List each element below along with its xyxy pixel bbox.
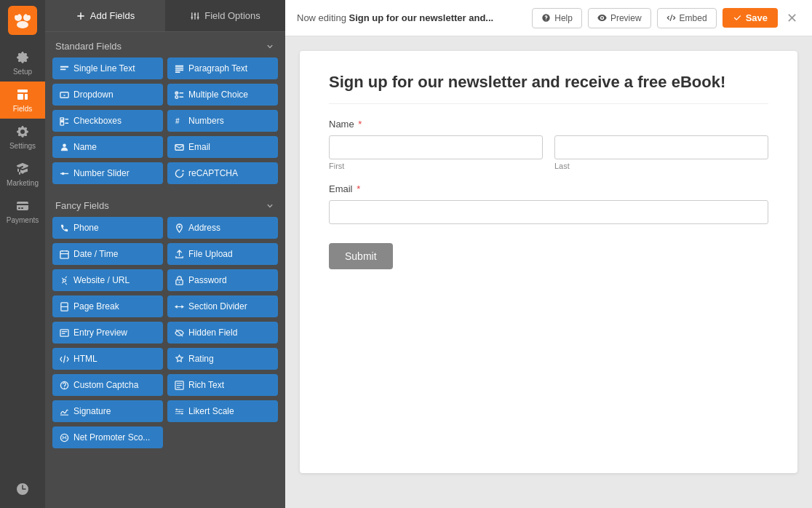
name-required-marker: * <box>356 119 362 130</box>
field-btn-phone[interactable]: Phone <box>52 217 163 239</box>
field-btn-net-promoter-label: Net Promoter Sco... <box>73 432 150 442</box>
field-btn-page-break[interactable]: Page Break <box>52 295 163 317</box>
save-button[interactable]: Save <box>723 8 778 28</box>
svg-point-30 <box>176 408 178 410</box>
field-btn-single-line-text-label: Single Line Text <box>73 63 135 74</box>
last-name-input[interactable] <box>554 135 768 159</box>
field-btn-single-line-text[interactable]: Single Line Text <box>52 57 163 79</box>
svg-point-31 <box>178 410 180 412</box>
email-field-label: Email * <box>329 183 768 194</box>
field-btn-recaptcha[interactable]: reCAPTCHA <box>167 162 278 184</box>
field-btn-file-upload-label: File Upload <box>188 249 233 259</box>
field-btn-custom-captcha-label: Custom Captcha <box>73 380 138 390</box>
field-btn-password[interactable]: Password <box>167 269 278 291</box>
svg-point-34 <box>63 436 64 437</box>
checkboxes-icon <box>60 116 69 126</box>
field-btn-signature-label: Signature <box>73 406 111 416</box>
form-title-breadcrumb: Sign up for our newsletter and... <box>349 12 494 23</box>
first-name-input[interactable] <box>329 135 543 159</box>
help-button[interactable]: Help <box>532 8 582 28</box>
submit-label: Submit <box>345 250 377 262</box>
field-btn-number-slider[interactable]: Number Slider <box>52 162 163 184</box>
fancy-fields-collapse-icon[interactable] <box>265 201 275 211</box>
hidden-field-icon <box>175 328 184 338</box>
field-btn-address-label: Address <box>188 223 220 233</box>
field-btn-custom-captcha[interactable]: Custom Captcha <box>52 374 163 396</box>
sidebar-item-marketing[interactable]: Marketing <box>0 156 45 193</box>
field-btn-checkboxes[interactable]: Checkboxes <box>52 110 163 132</box>
field-btn-multiple-choice[interactable]: Multiple Choice <box>167 84 278 106</box>
svg-point-3 <box>17 21 28 28</box>
name-icon <box>60 143 69 152</box>
field-btn-signature[interactable]: Signature <box>52 400 163 422</box>
field-btn-numbers[interactable]: # Numbers <box>167 110 278 132</box>
field-btn-dropdown-label: Dropdown <box>73 90 114 100</box>
top-bar: Now editing Sign up for our newsletter a… <box>285 0 812 36</box>
tab-field-options-label: Field Options <box>204 10 260 21</box>
sidebar-nav: Setup Fields Settings Marketing Payments <box>0 0 45 508</box>
form-preview-area: Sign up for our newsletter and receive a… <box>285 36 812 508</box>
likert-scale-icon <box>175 407 184 416</box>
page-break-icon <box>60 302 69 311</box>
field-btn-section-divider[interactable]: Section Divider <box>167 295 278 317</box>
sidebar-item-setup-label: Setup <box>13 68 32 76</box>
single-line-text-icon <box>60 64 69 74</box>
file-upload-icon <box>175 250 184 259</box>
rich-text-icon <box>175 381 184 390</box>
sidebar-item-setup[interactable]: Setup <box>0 44 45 82</box>
field-btn-file-upload[interactable]: File Upload <box>167 243 278 265</box>
html-icon <box>60 354 69 364</box>
field-btn-date-time[interactable]: Date / Time <box>52 243 163 265</box>
tab-add-fields-label: Add Fields <box>90 10 135 21</box>
paragraph-text-icon <box>175 64 184 74</box>
field-btn-likert-scale[interactable]: Likert Scale <box>167 400 278 422</box>
field-btn-checkboxes-label: Checkboxes <box>73 116 122 126</box>
name-field-label: Name * <box>329 119 768 130</box>
svg-point-35 <box>65 436 66 437</box>
field-btn-rating-label: Rating <box>188 354 214 364</box>
field-btn-website-url[interactable]: Website / URL <box>52 269 163 291</box>
sidebar-item-fields[interactable]: Fields <box>0 82 45 119</box>
field-btn-paragraph-text[interactable]: Paragraph Text <box>167 57 278 79</box>
field-btn-net-promoter[interactable]: Net Promoter Sco... <box>52 426 163 448</box>
svg-rect-0 <box>8 6 37 35</box>
sidebar-item-marketing-label: Marketing <box>7 179 39 187</box>
standard-fields-collapse-icon[interactable] <box>265 41 275 52</box>
svg-point-11 <box>175 95 178 98</box>
tab-field-options[interactable]: Field Options <box>165 0 285 31</box>
field-btn-rating[interactable]: Rating <box>167 348 278 370</box>
sidebar-item-settings[interactable]: Settings <box>0 119 45 156</box>
embed-label: Embed <box>680 13 707 23</box>
field-btn-entry-preview[interactable]: Entry Preview <box>52 322 163 344</box>
field-btn-email[interactable]: Email <box>167 136 278 158</box>
custom-captcha-icon <box>60 381 69 390</box>
close-button[interactable]: ✕ <box>784 9 800 28</box>
top-bar-actions: Help Preview Embed Save ✕ <box>532 8 800 28</box>
field-btn-website-url-label: Website / URL <box>73 275 130 285</box>
field-btn-rich-text[interactable]: Rich Text <box>167 374 278 396</box>
embed-button[interactable]: Embed <box>657 8 717 28</box>
field-btn-hidden-field[interactable]: Hidden Field <box>167 322 278 344</box>
sidebar-item-settings-label: Settings <box>9 142 36 150</box>
field-btn-html-label: HTML <box>73 354 97 364</box>
submit-button[interactable]: Submit <box>329 243 393 269</box>
first-name-wrap: First <box>329 135 543 170</box>
svg-point-22 <box>179 281 180 282</box>
save-icon <box>733 13 742 23</box>
svg-rect-24 <box>60 329 68 336</box>
recaptcha-icon <box>175 169 184 178</box>
sidebar-item-history[interactable] <box>0 476 45 502</box>
dropdown-icon <box>60 90 69 100</box>
field-btn-multiple-choice-label: Multiple Choice <box>188 90 248 100</box>
sidebar-item-payments[interactable]: Payments <box>0 193 45 230</box>
field-btn-address[interactable]: Address <box>167 217 278 239</box>
preview-button[interactable]: Preview <box>588 8 651 28</box>
field-btn-dropdown[interactable]: Dropdown <box>52 84 163 106</box>
svg-point-27 <box>64 387 65 388</box>
field-btn-paragraph-text-label: Paragraph Text <box>188 63 247 74</box>
email-input[interactable] <box>329 200 768 224</box>
tab-add-fields[interactable]: Add Fields <box>45 0 165 31</box>
field-btn-html[interactable]: HTML <box>52 348 163 370</box>
field-btn-name[interactable]: Name <box>52 136 163 158</box>
field-btn-name-label: Name <box>73 142 97 152</box>
